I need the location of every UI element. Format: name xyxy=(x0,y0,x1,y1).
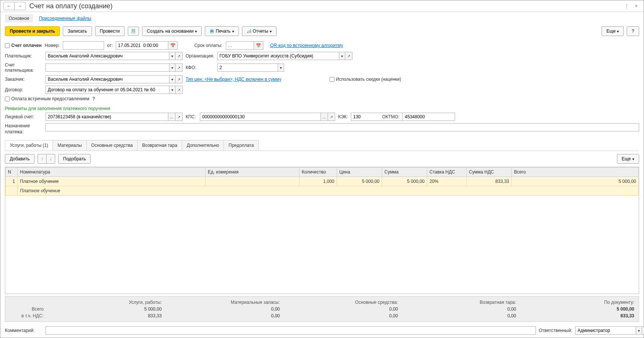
comment-input[interactable] xyxy=(45,326,536,335)
personal-account-select-icon[interactable]: ... xyxy=(168,113,175,121)
payer-account-input[interactable] xyxy=(45,63,169,72)
col-sum[interactable]: Сумма xyxy=(382,167,427,177)
cell-nomenclature[interactable]: Платное обучение xyxy=(18,177,206,186)
kfo-dropdown-icon[interactable]: ▾ xyxy=(278,63,284,72)
discounts-label: Использовать скидки (наценки) xyxy=(336,77,401,82)
price-type-link[interactable]: Тип цен: <Не выбран>; НДС включен в сумм… xyxy=(186,77,281,82)
col-vat-sum[interactable]: Сумма НДС xyxy=(467,167,512,177)
responsible-dropdown-icon[interactable]: ▾ xyxy=(636,326,642,335)
add-button[interactable]: Добавить xyxy=(5,154,35,164)
table-row[interactable]: 1 Платное обучение 1,000 5 000,00 5 000,… xyxy=(6,177,639,186)
customer-open-icon[interactable]: ↗ xyxy=(175,75,183,83)
date-picker-icon[interactable] xyxy=(168,41,178,50)
customer-input[interactable] xyxy=(45,75,169,83)
payer-dropdown-icon[interactable]: ▾ xyxy=(169,52,175,60)
cell-qty[interactable]: 1,000 xyxy=(299,177,337,186)
kfo-input[interactable] xyxy=(217,63,278,72)
responsible-input[interactable] xyxy=(575,326,636,335)
date-input[interactable] xyxy=(116,41,168,50)
move-down-button[interactable]: ↓ xyxy=(47,154,55,164)
sum-total-label: Всего xyxy=(10,306,44,312)
qr-code-link[interactable]: QR-код по встроенному алгоритму xyxy=(270,43,343,48)
personal-account-input[interactable] xyxy=(45,113,168,121)
menu-icon[interactable]: ⋮ xyxy=(621,2,632,10)
reports-button[interactable]: Отчеты xyxy=(242,26,277,36)
table-sub-row[interactable]: Платное обучение xyxy=(6,186,639,196)
payer-input[interactable] xyxy=(45,52,169,60)
cell-sub-text[interactable]: Платное обучение xyxy=(18,186,639,196)
number-input[interactable] xyxy=(63,41,104,50)
col-nomenclature[interactable]: Номенклатура xyxy=(18,167,206,177)
document-icon xyxy=(131,29,136,33)
back-button[interactable]: ← xyxy=(4,2,14,10)
col-unit[interactable]: Ед. измерения xyxy=(206,167,299,177)
create-based-button[interactable]: Создать на основании xyxy=(142,26,202,36)
responsible-open-icon[interactable]: ↗ xyxy=(642,326,644,335)
print-button[interactable]: Печать xyxy=(205,26,239,36)
personal-account-open-icon[interactable]: ↗ xyxy=(175,113,183,121)
contract-input[interactable] xyxy=(45,86,169,94)
cell-vat-sum[interactable]: 833,33 xyxy=(467,177,512,186)
oktmo-label: ОКТМО: xyxy=(382,114,399,119)
customer-dropdown-icon[interactable]: ▾ xyxy=(169,75,175,83)
col-vat-rate[interactable]: Ставка НДС xyxy=(427,167,467,177)
sum-h-assets: Основные средства: xyxy=(287,300,398,305)
counter-payment-checkbox[interactable]: Оплата встречным предоставлением xyxy=(5,96,89,101)
paid-checkbox-input[interactable] xyxy=(5,43,10,48)
col-total[interactable]: Всего xyxy=(512,167,639,177)
cell-total[interactable]: 5 000,00 xyxy=(512,177,639,186)
kps-open-icon[interactable]: ↗ xyxy=(328,113,335,121)
save-button[interactable]: Записать xyxy=(63,26,92,36)
payer-open-icon[interactable]: ↗ xyxy=(175,52,183,60)
tab-services[interactable]: Услуги, работы (1) xyxy=(5,140,53,151)
tab-returnable[interactable]: Возвратная тара xyxy=(137,140,182,151)
cell-unit[interactable] xyxy=(206,177,299,186)
move-up-button[interactable]: ↑ xyxy=(38,154,47,164)
bottom-bar: Комментарий: Ответственный: ▾ ↗ xyxy=(0,323,644,338)
tab-materials[interactable]: Материалы xyxy=(53,140,86,151)
tab-additional[interactable]: Дополнительно xyxy=(182,140,224,151)
cell-price[interactable]: 5 000,00 xyxy=(337,177,382,186)
org-dropdown-icon[interactable]: ▾ xyxy=(339,52,345,60)
kps-select-icon[interactable]: ... xyxy=(321,113,328,121)
purpose-input[interactable] xyxy=(45,123,639,131)
discounts-checkbox-input[interactable] xyxy=(330,77,334,82)
cell-n[interactable]: 1 xyxy=(6,177,18,186)
counter-payment-checkbox-input[interactable] xyxy=(5,97,10,101)
forward-button[interactable]: → xyxy=(14,2,25,10)
nav-tabs: Основное Присоединенные файлы xyxy=(0,12,644,23)
more-button[interactable]: Еще xyxy=(602,26,624,36)
close-icon[interactable]: × xyxy=(632,2,641,10)
sum-h-doc: По документу: xyxy=(524,300,634,305)
tab-assets[interactable]: Основные средства xyxy=(86,140,138,151)
due-date-input[interactable] xyxy=(226,41,254,50)
col-qty[interactable]: Количество xyxy=(299,167,337,177)
paid-checkbox[interactable]: Счет оплачен xyxy=(5,43,42,48)
oktmo-input[interactable] xyxy=(402,113,455,121)
contract-dropdown-icon[interactable]: ▾ xyxy=(169,86,175,94)
payer-account-dropdown-icon[interactable]: ▾ xyxy=(169,63,175,72)
cell-sum[interactable]: 5 000,00 xyxy=(382,177,427,186)
kps-input[interactable] xyxy=(200,113,321,121)
col-price[interactable]: Цена xyxy=(337,167,382,177)
help-icon[interactable]: ? xyxy=(92,96,95,101)
help-button[interactable]: ? xyxy=(627,26,639,36)
col-n[interactable]: N xyxy=(6,167,18,177)
contract-open-icon[interactable]: ↗ xyxy=(175,86,183,94)
structure-button[interactable] xyxy=(128,27,139,36)
tab-attached-files[interactable]: Присоединенные файлы xyxy=(38,14,92,23)
payer-account-open-icon[interactable]: ↗ xyxy=(175,63,183,72)
org-open-icon[interactable]: ↗ xyxy=(345,52,352,60)
tab-toolbar: Добавить ↑ ↓ Подобрать Еще xyxy=(5,151,639,167)
cell-vat-rate[interactable]: 20% xyxy=(427,177,467,186)
pick-button[interactable]: Подобрать xyxy=(58,154,91,164)
discounts-checkbox[interactable]: Использовать скидки (наценки) xyxy=(330,77,401,82)
payer-label: Плательщик: xyxy=(5,53,42,59)
tab-prepay[interactable]: Предоплата xyxy=(224,140,259,151)
post-and-close-button[interactable]: Провести и закрыть xyxy=(5,26,60,36)
post-button[interactable]: Провести xyxy=(95,26,125,36)
tab-main[interactable]: Основное xyxy=(5,14,33,23)
tab-more-button[interactable]: Еще xyxy=(617,154,639,164)
due-date-picker-icon[interactable] xyxy=(254,41,263,50)
org-input[interactable] xyxy=(217,52,339,60)
